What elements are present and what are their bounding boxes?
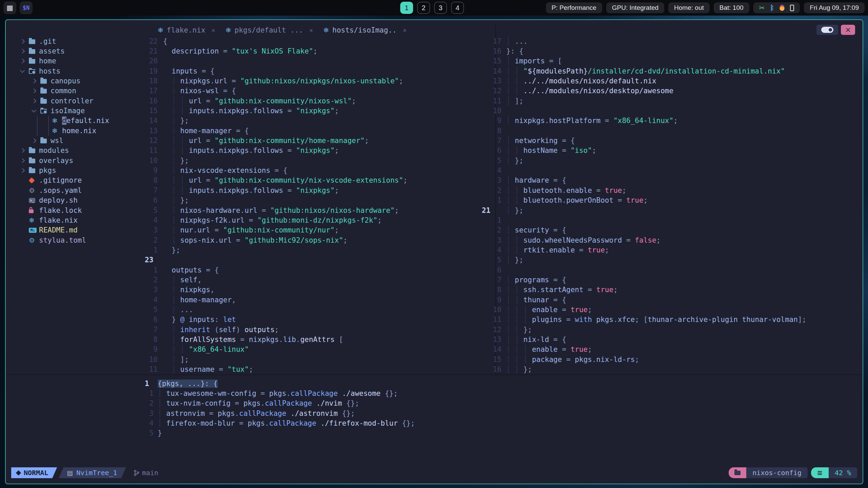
code-line[interactable]: 2 │ self,	[145, 275, 408, 285]
code-line[interactable]: 7 │ inherit (self) outputs;	[145, 325, 408, 334]
code-line[interactable]: 11 │ username = "tux";	[145, 364, 408, 374]
tab-hosts/isoImag..[interactable]: ❄hosts/isoImag..×	[323, 26, 407, 34]
code-line[interactable]: 1│ │ bluetooth.powerOnBoot = true;	[482, 196, 806, 205]
code-line[interactable]: 6 } @ inputs: let	[145, 315, 408, 325]
code-line[interactable]: 8 │ forAllSystems = nixpkgs.lib.genAttrs…	[145, 334, 408, 344]
tree-item-flake.nix[interactable]: ❄flake.nix	[15, 215, 150, 225]
code-line[interactable]: 15 │ │ inputs.nixpkgs.follows = "nixpkgs…	[145, 106, 408, 116]
tree-item-isoImage[interactable]: isoImage	[15, 106, 150, 116]
chevron-down-icon[interactable]	[21, 70, 29, 72]
editor-pane-iso-default-nix[interactable]: 17│ ...16}: {15│ imports = [14│ │ "${mod…	[482, 36, 806, 374]
workspace-4[interactable]: 4	[451, 2, 464, 14]
code-line[interactable]: 16│ │ };	[482, 364, 806, 374]
system-tray[interactable]: ✂ ᛒ	[753, 2, 800, 13]
code-line[interactable]: 17│ ...	[482, 36, 806, 46]
code-line[interactable]: 2│ security = {	[482, 225, 806, 235]
code-line[interactable]: 8 │ │ url = "github:nix-community/nix-vs…	[145, 176, 408, 185]
code-line[interactable]: 6│ │ hostName = "iso";	[482, 146, 806, 156]
chevron-right-icon[interactable]	[21, 59, 29, 63]
tree-item-wsl[interactable]: wsl	[15, 136, 150, 145]
editor-pane-pkgs-default-nix[interactable]: 1{pkgs, ...}: {1│ tux-awesome-wm-config …	[145, 379, 415, 438]
code-line[interactable]: 3│ │ sudo.wheelNeedsPassword = false;	[482, 235, 806, 245]
code-line[interactable]: 2 │ sops-nix.url = "github:Mic92/sops-ni…	[145, 235, 408, 245]
tree-item-flake.lock[interactable]: flake.lock	[15, 205, 150, 215]
code-line[interactable]: 13│ │ nix-ld = {	[482, 334, 806, 344]
code-line[interactable]: 11 │ │ inputs.nixpkgs.follows = "nixpkgs…	[145, 146, 408, 156]
code-line[interactable]: 3 │ nur.url = "github:nix-community/nur"…	[145, 225, 408, 235]
code-line[interactable]: 4 │ home-manager,	[145, 295, 408, 305]
tree-item-.sops.yaml[interactable]: ⚙.sops.yaml	[15, 185, 150, 195]
code-line[interactable]: 11│ ];	[482, 96, 806, 106]
code-line[interactable]: 5│ };	[482, 156, 806, 165]
nvim-badge-button[interactable]: $N	[20, 1, 33, 14]
code-line[interactable]: 2│ │ bluetooth.enable = true;	[482, 185, 806, 195]
code-line[interactable]: 21│ };	[482, 205, 806, 215]
code-line[interactable]: 7 │ │ inputs.nixpkgs.follows = "nixpkgs"…	[145, 185, 408, 195]
chevron-right-icon[interactable]	[32, 139, 40, 142]
code-line[interactable]: 11│ │ │ plugins = with pkgs.xfce; [thuna…	[482, 315, 806, 325]
code-line[interactable]: 3│ hardware = {	[482, 176, 806, 185]
chevron-right-icon[interactable]	[21, 159, 29, 162]
tree-item-assets[interactable]: assets	[15, 46, 150, 56]
tab-close-icon[interactable]: ×	[212, 26, 215, 34]
horizontal-split-separator[interactable]	[6, 374, 862, 375]
code-line[interactable]: 9 │ nix-vscode-extensions = {	[145, 165, 408, 175]
workspace-2[interactable]: 2	[417, 2, 430, 14]
code-line[interactable]: 3 │ nixpkgs,	[145, 285, 408, 295]
code-line[interactable]: 6	[482, 265, 806, 275]
status-module[interactable]: P: Performance	[546, 2, 602, 13]
code-line[interactable]: 5 │ nixos-hardware.url = "github:nixos/n…	[145, 205, 408, 215]
tree-item-.git[interactable]: .git	[15, 36, 150, 46]
chevron-right-icon[interactable]	[21, 169, 29, 172]
tree-item-common[interactable]: common	[15, 86, 150, 96]
workspace-3[interactable]: 3	[434, 2, 447, 14]
code-line[interactable]: 6 │ };	[145, 196, 408, 205]
code-line[interactable]: 12 │ │ url = "github:nix-community/home-…	[145, 136, 408, 145]
code-line[interactable]: 16}: {	[482, 46, 806, 56]
tab-pkgs/default ...[interactable]: ❄pkgs/default ...×	[225, 26, 313, 34]
tab-flake.nix[interactable]: ❄flake.nix×	[158, 26, 215, 34]
status-module[interactable]: Bat: 100	[714, 2, 749, 13]
tree-item-hosts[interactable]: hosts	[15, 66, 150, 76]
code-line[interactable]: 18 │ nixpkgs.url = "github:nixos/nixpkgs…	[145, 76, 408, 86]
code-line[interactable]: 4│ firefox-mod-blur = pkgs.callPackage .…	[145, 418, 415, 428]
code-line[interactable]: 2│ tux-nvim-config = pkgs.callPackage ./…	[145, 399, 415, 408]
code-line[interactable]: 1{pkgs, ...}: {	[145, 379, 415, 388]
code-line[interactable]: 4	[482, 165, 806, 175]
tree-item-controller[interactable]: controller	[15, 96, 150, 106]
code-line[interactable]: 10	[482, 106, 806, 116]
code-line[interactable]: 13 │ home-manager = {	[145, 126, 408, 136]
code-line[interactable]: 5│ };	[482, 255, 806, 265]
code-line[interactable]: 7│ networking = {	[482, 136, 806, 145]
tree-item-deploy.sh[interactable]: >_deploy.sh	[15, 196, 150, 205]
status-module[interactable]: Home: out	[668, 2, 710, 13]
tree-item-pkgs[interactable]: pkgs	[15, 165, 150, 175]
code-line[interactable]: 4│ │ rtkit.enable = true;	[482, 245, 806, 255]
chevron-right-icon[interactable]	[32, 99, 40, 103]
code-line[interactable]: 10 │ ];	[145, 354, 408, 364]
tree-item-overlays[interactable]: overlays	[15, 156, 150, 165]
tab-close-icon[interactable]: ×	[403, 26, 407, 34]
code-line[interactable]: 4 │ nixpkgs-f2k.url = "github:moni-dz/ni…	[145, 215, 408, 225]
chevron-right-icon[interactable]	[21, 49, 29, 53]
code-line[interactable]: 10 │ };	[145, 156, 408, 165]
code-line[interactable]: 14│ │ "${modulesPath}/installer/cd-dvd/i…	[482, 66, 806, 76]
tree-item-stylua.toml[interactable]: ⚙stylua.toml	[15, 235, 150, 245]
code-line[interactable]: 15│ │ │ package = pkgs.nix-ld-rs;	[482, 354, 806, 364]
tree-item-.gitignore[interactable]: .gitignore	[15, 176, 150, 185]
code-line[interactable]: 8│ │ ssh.startAgent = true;	[482, 285, 806, 295]
status-module[interactable]: GPU: Integrated	[606, 2, 664, 13]
code-line[interactable]: 3│ astronvim = pkgs.callPackage ./astron…	[145, 408, 415, 418]
code-line[interactable]: 12│ │ ../../modules/nixos/desktop/awesom…	[482, 86, 806, 96]
code-line[interactable]: 1 outputs = {	[145, 265, 408, 275]
code-line[interactable]: 16 │ │ url = "github:nix-community/nixos…	[145, 96, 408, 106]
chevron-right-icon[interactable]	[21, 40, 29, 43]
tree-item-modules[interactable]: modules	[15, 146, 150, 156]
app-launcher-button[interactable]: ▦	[3, 1, 16, 14]
tree-item-home[interactable]: home	[15, 56, 150, 66]
code-line[interactable]: 23	[145, 255, 408, 265]
workspace-1[interactable]: 1	[400, 2, 413, 14]
code-line[interactable]: 9 │ │ "x86_64-linux"	[145, 345, 408, 354]
code-line[interactable]: 9│ │ thunar = {	[482, 295, 806, 305]
code-line[interactable]: 5 │ ...	[145, 305, 408, 314]
